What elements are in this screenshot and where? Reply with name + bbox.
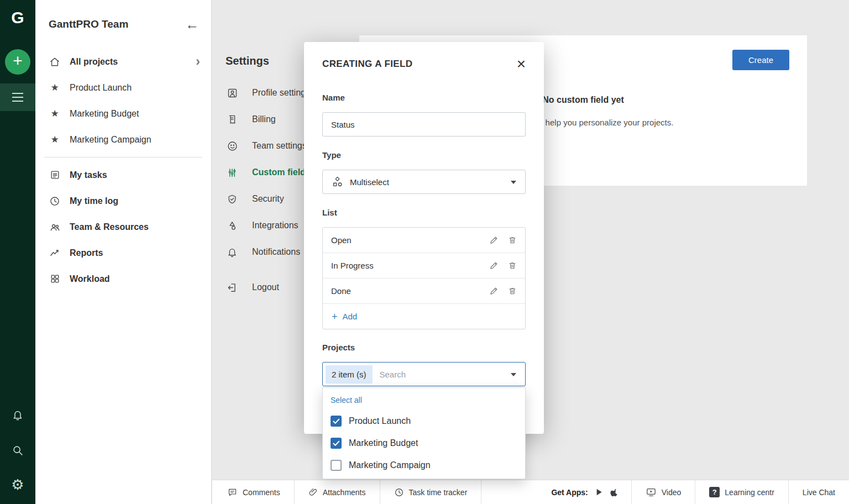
delete-icon[interactable] <box>508 261 517 270</box>
shield-icon <box>226 193 239 205</box>
select-all-link[interactable]: Select all <box>323 388 525 410</box>
comments-label: Comments <box>243 488 280 497</box>
add-option-label: Add <box>343 312 358 321</box>
comments-button[interactable]: Comments <box>213 480 294 504</box>
name-input[interactable] <box>322 112 526 136</box>
comment-icon <box>227 487 238 497</box>
live-chat-button[interactable]: Live Chat <box>789 480 849 504</box>
list-label: List <box>322 208 526 218</box>
projects-label: Projects <box>322 343 526 353</box>
billing-icon <box>226 114 239 125</box>
projects-select[interactable]: 2 item (s) Search <box>322 362 526 386</box>
chevron-down-icon <box>511 181 516 184</box>
get-apps-label: Get Apps: <box>551 488 588 497</box>
profile-icon <box>226 87 239 99</box>
sidebar-item-label: Marketing Campaign <box>70 135 151 145</box>
nav-rail: G + ⚙ <box>0 0 35 504</box>
attachments-label: Attachments <box>323 488 366 497</box>
delete-icon[interactable] <box>508 235 517 245</box>
chevron-right-icon[interactable]: › <box>196 55 200 68</box>
video-button[interactable]: Video <box>632 480 695 504</box>
type-label: Type <box>322 150 526 160</box>
plus-icon: + <box>13 51 23 70</box>
sidebar-item-label: Product Launch <box>70 83 132 93</box>
checkbox[interactable] <box>331 460 342 471</box>
menu-toggle[interactable] <box>0 83 35 111</box>
video-icon <box>646 487 657 497</box>
search-icon[interactable] <box>0 444 35 456</box>
sidebar-item-my-time-log[interactable]: My time log <box>35 188 211 214</box>
type-select[interactable]: Multiselect <box>322 170 526 194</box>
name-label: Name <box>322 93 526 103</box>
task-time-tracker-button[interactable]: Task time tracker <box>380 480 481 504</box>
settings-item-label: Security <box>252 194 284 204</box>
sidebar-item-label: All projects <box>70 57 118 67</box>
settings-item-label: Billing <box>252 114 276 124</box>
sidebar-item-marketing-budget[interactable]: ★ Marketing Budget <box>35 101 211 127</box>
video-label: Video <box>662 488 682 497</box>
project-option-marketing-campaign[interactable]: Marketing Campaign <box>323 454 525 476</box>
notifications-bell-icon[interactable] <box>0 409 35 421</box>
project-option-product-launch[interactable]: Product Launch <box>323 410 525 432</box>
creating-field-modal: CREATING A FIELD × Name Type Multiselect… <box>304 42 544 434</box>
team-settings-icon <box>226 140 239 152</box>
projects-dropdown: Select all Product Launch Marketing Budg… <box>322 387 526 479</box>
add-button[interactable]: + <box>5 49 30 75</box>
close-icon[interactable]: × <box>517 59 526 70</box>
sidebar-item-team-resources[interactable]: Team & Resources <box>35 214 211 240</box>
custom-fields-icon <box>226 167 239 179</box>
star-icon: ★ <box>49 108 61 119</box>
get-apps-group: Get Apps: <box>539 480 631 504</box>
type-select-value: Multiselect <box>350 177 389 187</box>
edit-icon[interactable] <box>489 286 499 296</box>
sidebar-item-workload[interactable]: Workload <box>35 266 211 292</box>
learning-center-label: Learning centr <box>725 488 774 497</box>
checkbox[interactable] <box>331 438 342 449</box>
sidebar-item-all-projects[interactable]: All projects › <box>35 49 211 75</box>
list-item-label: Done <box>331 286 351 296</box>
google-play-icon[interactable] <box>595 487 604 497</box>
create-button[interactable]: Create <box>732 50 789 70</box>
delete-icon[interactable] <box>508 286 517 296</box>
multiselect-icon <box>331 176 344 188</box>
sidebar-item-marketing-campaign[interactable]: ★ Marketing Campaign <box>35 127 211 153</box>
edit-icon[interactable] <box>489 235 499 245</box>
learning-center-button[interactable]: ? Learning centr <box>695 480 788 504</box>
hamburger-icon <box>12 93 23 94</box>
edit-icon[interactable] <box>489 261 499 270</box>
question-icon: ? <box>709 487 720 497</box>
collapse-sidebar-icon[interactable]: ← <box>185 18 199 32</box>
clock-icon <box>49 196 61 207</box>
team-name: GanttPRO Team <box>49 18 128 30</box>
sidebar-item-label: Team & Resources <box>70 222 149 232</box>
chart-icon <box>49 248 61 259</box>
sidebar-item-my-tasks[interactable]: My tasks <box>35 162 211 188</box>
search-input[interactable]: Search <box>380 370 406 379</box>
sidebar-item-reports[interactable]: Reports <box>35 240 211 266</box>
live-chat-label: Live Chat <box>803 488 835 497</box>
list-item-label: In Progress <box>331 261 374 270</box>
sidebar-item-product-launch[interactable]: ★ Product Launch <box>35 75 211 101</box>
checkbox[interactable] <box>331 416 342 427</box>
app-logo[interactable]: G <box>0 0 35 35</box>
bell-icon <box>226 246 239 258</box>
list-item: In Progress <box>323 253 525 279</box>
project-option-marketing-budget[interactable]: Marketing Budget <box>323 432 525 454</box>
sidebar-item-label: Reports <box>70 248 103 258</box>
settings-item-label: Profile settings <box>252 88 310 98</box>
settings-item-label: Custom fields <box>252 167 311 177</box>
home-icon <box>49 56 61 67</box>
tasks-icon <box>49 170 61 180</box>
grid-icon <box>49 274 61 284</box>
integrations-icon <box>226 220 239 232</box>
add-option-button[interactable]: + Add <box>323 304 525 329</box>
chevron-down-icon <box>511 373 516 376</box>
settings-gear-icon[interactable]: ⚙ <box>0 476 35 494</box>
attachments-button[interactable]: Attachments <box>295 480 380 504</box>
apple-icon[interactable] <box>610 487 619 497</box>
sidebar-item-label: My tasks <box>70 170 107 180</box>
settings-item-label: Integrations <box>252 221 298 230</box>
selected-count-badge: 2 item (s) <box>326 365 373 384</box>
people-icon <box>49 222 61 233</box>
project-option-label: Marketing Campaign <box>349 460 431 470</box>
